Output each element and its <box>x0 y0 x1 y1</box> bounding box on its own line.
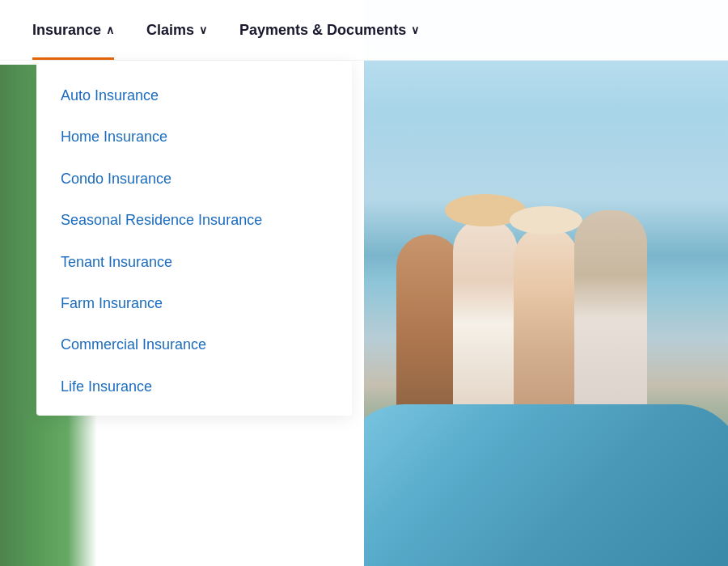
claims-chevron: ∨ <box>199 23 207 36</box>
insurance-label: Insurance <box>32 22 101 39</box>
claims-label: Claims <box>146 22 194 39</box>
payments-documents-label: Payments & Documents <box>239 22 406 39</box>
navigation-bar: Insurance ∧ Claims ∨ Payments & Document… <box>0 0 728 61</box>
payments-documents-chevron: ∨ <box>411 23 419 36</box>
insurance-dropdown-menu: Auto Insurance Home Insurance Condo Insu… <box>36 61 352 416</box>
hero-photo <box>364 0 728 566</box>
dropdown-item-auto-insurance[interactable]: Auto Insurance <box>36 75 352 116</box>
dropdown-item-home-insurance[interactable]: Home Insurance <box>36 116 352 158</box>
insurance-chevron: ∧ <box>106 23 114 36</box>
dropdown-item-commercial-insurance[interactable]: Commercial Insurance <box>36 324 352 365</box>
dropdown-item-life-insurance[interactable]: Life Insurance <box>36 366 352 408</box>
car-roof <box>364 404 728 566</box>
person-1 <box>396 234 461 429</box>
person-2 <box>453 218 518 429</box>
dropdown-item-condo-insurance[interactable]: Condo Insurance <box>36 158 352 200</box>
dropdown-item-tenant-insurance[interactable]: Tenant Insurance <box>36 242 352 283</box>
nav-item-claims[interactable]: Claims ∨ <box>146 22 207 39</box>
dropdown-item-farm-insurance[interactable]: Farm Insurance <box>36 283 352 324</box>
nav-items-container: Insurance ∧ Claims ∨ Payments & Document… <box>32 22 419 39</box>
nav-item-payments-documents[interactable]: Payments & Documents ∨ <box>239 22 419 39</box>
dropdown-item-seasonal-residence-insurance[interactable]: Seasonal Residence Insurance <box>36 200 352 241</box>
nav-item-insurance[interactable]: Insurance ∧ <box>32 22 114 39</box>
person-3 <box>514 226 578 429</box>
people-group <box>388 186 696 429</box>
hat-2 <box>510 206 582 234</box>
person-4 <box>574 210 647 429</box>
